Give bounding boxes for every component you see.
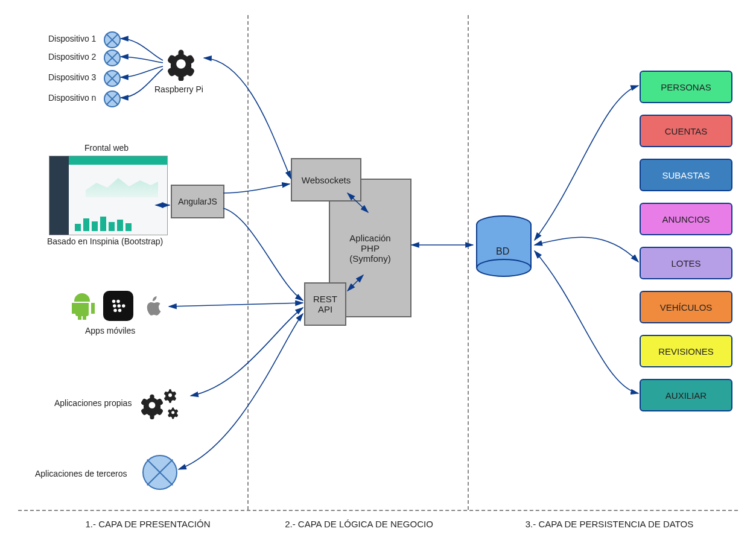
svg-point-9 <box>168 393 172 397</box>
websockets-label: Websockets <box>302 175 351 185</box>
table-revisiones-label: REVISIONES <box>658 346 714 357</box>
table-revisiones: REVISIONES <box>640 335 732 367</box>
aplicaciones-terceros-label: Aplicaciones de terceros <box>35 469 127 478</box>
table-lotes-label: LOTES <box>671 258 700 268</box>
table-cuentas-label: CUENTAS <box>665 126 708 136</box>
table-cuentas: CUENTAS <box>640 115 732 147</box>
android-icon <box>67 291 97 321</box>
device-2-icon <box>104 49 121 66</box>
svg-point-6 <box>113 309 117 313</box>
gears-icon <box>140 380 188 422</box>
device-n-icon <box>104 90 121 107</box>
table-anuncios: ANUNCIOS <box>640 203 732 235</box>
table-auxiliar-label: AUXILIAR <box>665 390 707 401</box>
divider-2 <box>468 15 469 510</box>
apps-moviles-label: Apps móviles <box>85 326 135 335</box>
divider-bottom <box>18 510 738 511</box>
table-subastas: SUBASTAS <box>640 159 732 191</box>
caption-persistence: 3.- CAPA DE PERSISTENCIA DE DATOS <box>483 519 736 529</box>
device-1-label: Dispositivo 1 <box>48 34 96 43</box>
svg-point-3 <box>113 304 116 308</box>
aplicaciones-propias-label: Aplicaciones propias <box>54 398 132 408</box>
rest-api-box: REST API <box>304 282 346 326</box>
bd-label: BD <box>496 246 509 257</box>
inspinia-label: Basado en Inspinia (Bootstrap) <box>47 236 163 246</box>
svg-point-8 <box>149 402 156 408</box>
svg-point-4 <box>118 304 121 308</box>
svg-point-10 <box>171 411 174 414</box>
svg-point-1 <box>112 300 116 303</box>
table-lotes: LOTES <box>640 247 732 279</box>
table-subastas-label: SUBASTAS <box>662 170 710 180</box>
gear-icon <box>164 47 198 81</box>
divider-1 <box>247 15 249 510</box>
angularjs-label: AngularJS <box>178 197 217 206</box>
svg-point-7 <box>118 309 122 313</box>
svg-point-15 <box>477 259 531 276</box>
architecture-diagram: 1.- CAPA DE PRESENTACIÓN 2.- CAPA DE LÓG… <box>0 0 756 546</box>
caption-logic: 2.- CAPA DE LÓGICA DE NEGOCIO <box>259 519 459 529</box>
raspberry-label: Raspberry Pi <box>154 84 203 94</box>
device-3-label: Dispositivo 3 <box>48 72 96 82</box>
third-party-icon <box>142 455 177 490</box>
blackberry-icon <box>103 291 133 321</box>
svg-point-2 <box>116 300 120 303</box>
table-anuncios-label: ANUNCIOS <box>662 214 710 224</box>
frontal-web-label: Frontal web <box>84 143 129 153</box>
svg-point-5 <box>122 304 125 308</box>
table-auxiliar: AUXILIAR <box>640 379 732 411</box>
device-3-icon <box>104 70 121 87</box>
table-vehiculos-label: VEHÍCULOS <box>660 302 713 313</box>
table-personas: PERSONAS <box>640 71 732 103</box>
app-php-label: Aplicación PHP (Symfony) <box>349 233 390 264</box>
device-1-icon <box>104 31 121 48</box>
angularjs-box: AngularJS <box>171 185 224 218</box>
device-2-label: Dispositivo 2 <box>48 52 96 62</box>
device-n-label: Dispositivo n <box>48 93 96 103</box>
table-vehiculos: VEHÍCULOS <box>640 291 732 323</box>
caption-presentation: 1.- CAPA DE PRESENTACIÓN <box>57 519 238 529</box>
apple-icon <box>139 291 170 321</box>
websockets-box: Websockets <box>291 158 361 202</box>
mobile-app-icons <box>67 291 170 321</box>
rest-api-label: REST API <box>313 294 337 314</box>
table-personas-label: PERSONAS <box>661 82 711 92</box>
dashboard-thumbnail <box>49 156 168 235</box>
